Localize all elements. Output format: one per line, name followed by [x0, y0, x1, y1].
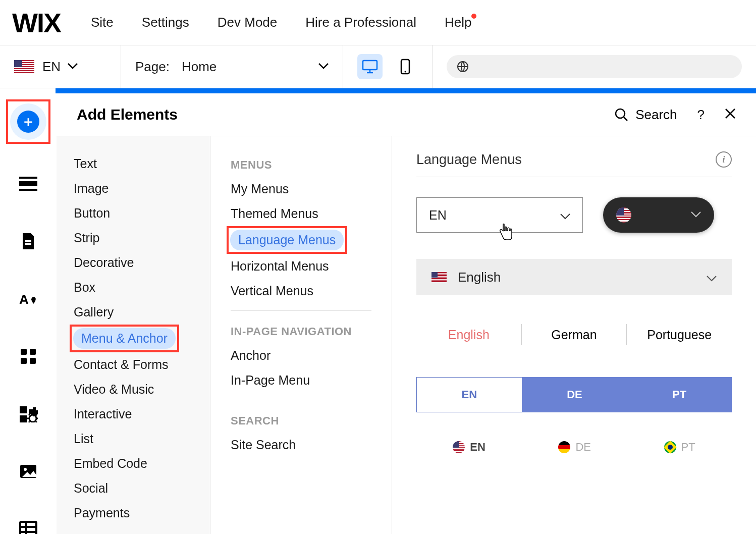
url-bar[interactable]: [447, 55, 742, 78]
sub-themed-menus[interactable]: Themed Menus: [210, 201, 392, 226]
cat-button[interactable]: Button: [57, 201, 210, 226]
preview-row-1: EN: [416, 197, 732, 233]
desktop-view-button[interactable]: [357, 54, 383, 79]
cat-text[interactable]: Text: [57, 151, 210, 176]
language-menu-element-flag-pills[interactable]: EN DE PT: [416, 441, 732, 454]
group-heading-menus: MENUS: [210, 151, 392, 177]
sub-site-search[interactable]: Site Search: [210, 433, 392, 457]
pill-pt[interactable]: PT: [664, 441, 695, 454]
cat-social[interactable]: Social: [57, 476, 210, 501]
highlight-box: Language Menus: [227, 226, 347, 254]
rail-apps-button[interactable]: [11, 339, 46, 374]
tab-pt[interactable]: PT: [627, 377, 732, 412]
language-menu-element-expanded[interactable]: English: [416, 259, 732, 295]
svg-rect-13: [30, 358, 36, 364]
add-elements-button[interactable]: ＋: [10, 103, 46, 140]
cat-contact-forms[interactable]: Contact & Forms: [57, 352, 210, 377]
sub-horizontal-menus[interactable]: Horizontal Menus: [210, 254, 392, 279]
dropdown-value: EN: [429, 208, 447, 223]
cat-image[interactable]: Image: [57, 176, 210, 201]
svg-rect-11: [30, 349, 36, 355]
flag-br-icon: [664, 441, 676, 453]
preview-header: Language Menus i: [416, 151, 732, 177]
svg-rect-7: [25, 240, 31, 242]
panel-header: Add Elements Search ?: [57, 93, 756, 136]
flag-us-icon: [616, 207, 631, 223]
rail-section-button[interactable]: [11, 166, 46, 201]
sub-language-menus[interactable]: Language Menus: [230, 230, 344, 250]
cat-decorative[interactable]: Decorative: [57, 250, 210, 275]
cat-menu-anchor[interactable]: Menu & Anchor: [73, 328, 176, 349]
category-list: Text Image Button Strip Decorative Box G…: [57, 136, 210, 534]
rail-media-button[interactable]: [11, 454, 46, 489]
flag-us-icon: [14, 60, 34, 73]
cat-gallery[interactable]: Gallery: [57, 300, 210, 325]
pill-de[interactable]: DE: [558, 441, 591, 454]
sub-my-menus[interactable]: My Menus: [210, 177, 392, 201]
cat-strip[interactable]: Strip: [57, 226, 210, 250]
pill-label: DE: [575, 441, 591, 454]
cat-interactive[interactable]: Interactive: [57, 402, 210, 426]
help-button[interactable]: ?: [697, 107, 705, 123]
cat-embed-code[interactable]: Embed Code: [57, 451, 210, 476]
notification-dot-icon: [471, 14, 476, 19]
tab-en[interactable]: EN: [416, 377, 522, 412]
sub-inpage-menu[interactable]: In-Page Menu: [210, 368, 392, 393]
svg-point-18: [24, 468, 27, 471]
page-name: Home: [182, 59, 217, 75]
tab-de[interactable]: DE: [522, 377, 627, 412]
globe-icon: [457, 61, 469, 73]
highlight-box: Menu & Anchor: [70, 325, 179, 352]
sub-vertical-menus[interactable]: Vertical Menus: [210, 279, 392, 303]
info-button[interactable]: i: [716, 151, 732, 168]
cat-payments[interactable]: Payments: [57, 501, 210, 525]
close-button[interactable]: [725, 107, 736, 123]
svg-point-2: [405, 71, 406, 73]
menu-hire-professional[interactable]: Hire a Professional: [305, 15, 416, 30]
cat-list[interactable]: List: [57, 426, 210, 451]
mobile-view-button[interactable]: [393, 54, 418, 79]
cat-box[interactable]: Box: [57, 275, 210, 300]
cursor-hand-icon: [498, 224, 513, 243]
rail-app-market-button[interactable]: [11, 396, 46, 432]
tab-portuguese[interactable]: Portuguese: [627, 328, 732, 342]
svg-rect-10: [21, 349, 27, 355]
svg-rect-8: [25, 243, 31, 245]
svg-rect-6: [19, 189, 37, 191]
menu-settings[interactable]: Settings: [142, 15, 189, 30]
search-button[interactable]: Search: [614, 107, 677, 123]
rail-pages-button[interactable]: [11, 224, 46, 259]
rail-design-button[interactable]: A: [11, 281, 46, 316]
svg-text:A: A: [19, 292, 29, 307]
language-menu-element-text-tabs[interactable]: English German Portuguese: [416, 316, 732, 353]
menu-site[interactable]: Site: [91, 15, 114, 30]
svg-rect-4: [19, 177, 37, 179]
page-selector[interactable]: Page: Home: [121, 45, 343, 88]
tab-german[interactable]: German: [522, 328, 627, 342]
preview-row-2: English: [416, 259, 732, 295]
rail-cms-button[interactable]: [11, 511, 46, 534]
svg-rect-0: [363, 61, 377, 70]
svg-rect-5: [19, 181, 37, 186]
search-icon: [614, 108, 628, 122]
sub-anchor[interactable]: Anchor: [210, 343, 392, 368]
language-menu-element-code-tabs[interactable]: EN DE PT: [416, 377, 732, 412]
page-label: Page:: [135, 59, 170, 75]
tab-english[interactable]: English: [416, 328, 521, 342]
wix-logo: WIX: [12, 7, 61, 38]
menu-dev-mode[interactable]: Dev Mode: [218, 15, 278, 30]
menu-help[interactable]: Help: [445, 15, 471, 30]
divider: [231, 400, 371, 400]
chevron-down-icon: [318, 62, 329, 71]
language-menu-element-pill-dark[interactable]: [603, 197, 714, 233]
language-selector[interactable]: EN: [0, 45, 121, 88]
expanded-value: English: [458, 270, 501, 285]
chevron-down-icon: [707, 270, 717, 285]
chevron-down-icon: [68, 62, 78, 71]
subcategory-list: MENUS My Menus Themed Menus Language Men…: [210, 136, 392, 534]
pill-en[interactable]: EN: [453, 441, 485, 454]
mobile-icon: [400, 59, 410, 75]
preview-title: Language Menus: [416, 152, 522, 168]
cat-video-music[interactable]: Video & Music: [57, 377, 210, 402]
pill-label: PT: [681, 441, 695, 454]
